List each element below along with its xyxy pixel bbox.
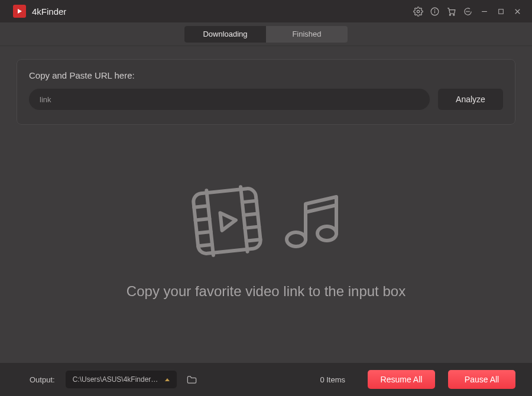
svg-rect-11 (498, 9, 503, 14)
svg-point-8 (468, 11, 468, 12)
svg-point-1 (417, 10, 419, 12)
titlebar: 4kFinder (0, 0, 532, 22)
music-note-icon (278, 189, 343, 256)
svg-line-20 (198, 244, 212, 246)
url-row: Analyze (29, 89, 503, 110)
url-panel: Copy and Paste URL here: Analyze (17, 59, 515, 125)
empty-state: Copy your favorite video link to the inp… (126, 119, 406, 363)
svg-point-26 (287, 232, 306, 246)
minimize-icon[interactable] (476, 4, 492, 19)
svg-marker-25 (220, 211, 236, 230)
svg-point-4 (434, 9, 435, 10)
items-count: 0 Items (320, 375, 345, 384)
url-panel-label: Copy and Paste URL here: (29, 70, 503, 80)
settings-icon[interactable] (410, 4, 426, 19)
open-folder-button[interactable] (184, 371, 200, 388)
empty-illustration (189, 183, 343, 262)
svg-point-7 (466, 11, 467, 12)
tabs-row: Downloading Finished (0, 22, 532, 46)
svg-line-19 (197, 231, 211, 233)
tabs: Downloading Finished (184, 26, 348, 43)
svg-line-23 (245, 226, 259, 228)
pause-all-button[interactable]: Pause All (448, 370, 515, 389)
svg-line-24 (246, 239, 261, 241)
svg-marker-0 (18, 9, 22, 14)
feedback-icon[interactable] (460, 4, 475, 19)
svg-line-18 (196, 219, 210, 220)
caret-up-icon (165, 378, 170, 381)
output-path-selector[interactable]: C:\Users\ASUS\4kFinder\Do (66, 371, 177, 388)
tab-finished[interactable]: Finished (266, 26, 348, 43)
output-path-text: C:\Users\ASUS\4kFinder\Do (73, 375, 160, 384)
main-area: Copy and Paste URL here: Analyze (0, 46, 532, 363)
svg-point-9 (469, 11, 469, 12)
url-input[interactable] (29, 89, 430, 110)
info-icon[interactable] (427, 4, 442, 19)
svg-line-21 (242, 200, 257, 202)
cart-icon[interactable] (443, 4, 459, 19)
output-label: Output: (30, 375, 55, 384)
analyze-button[interactable]: Analyze (438, 89, 503, 110)
tab-downloading[interactable]: Downloading (184, 26, 266, 43)
svg-line-17 (194, 206, 208, 207)
svg-line-22 (244, 213, 258, 215)
empty-caption: Copy your favorite video link to the inp… (126, 283, 406, 300)
svg-point-6 (453, 14, 454, 15)
bottom-bar: Output: C:\Users\ASUS\4kFinder\Do 0 Item… (0, 363, 532, 396)
app-title: 4kFinder (32, 7, 66, 17)
app-logo-icon (13, 5, 26, 18)
film-icon (189, 183, 265, 262)
close-icon[interactable] (510, 4, 525, 19)
resume-all-button[interactable]: Resume All (368, 370, 435, 389)
svg-point-27 (317, 226, 336, 241)
maximize-icon[interactable] (493, 4, 508, 19)
svg-point-5 (449, 14, 450, 15)
